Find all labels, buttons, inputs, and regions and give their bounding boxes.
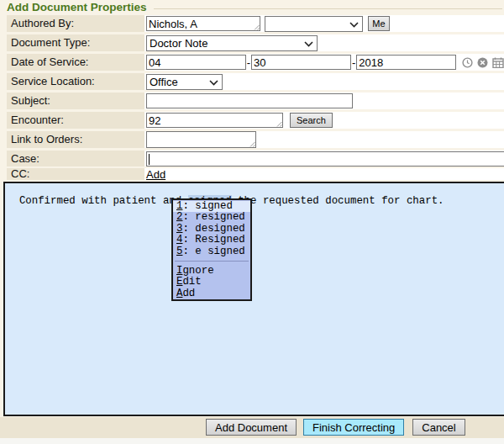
- resize-grip-icon[interactable]: [249, 141, 255, 147]
- chevron-down-icon: [209, 80, 218, 86]
- cc-add-link[interactable]: Add: [146, 168, 165, 181]
- form-row-subject: Subject:: [7, 92, 504, 109]
- date-year-input[interactable]: [356, 55, 456, 70]
- date-separator: -: [352, 56, 355, 69]
- calendar-icon[interactable]: [492, 57, 504, 68]
- suggestion-label: : designed: [182, 223, 244, 235]
- finish-correcting-button[interactable]: Finish Correcting: [303, 419, 404, 436]
- dialog-button-bar: Add Document Finish Correcting Cancel: [0, 417, 504, 438]
- document-type-value: Doctor Note: [150, 37, 207, 50]
- dialog-header: Add Document Properties: [7, 0, 504, 14]
- subject-input[interactable]: [146, 93, 353, 108]
- chevron-down-icon: [349, 22, 359, 28]
- menu-item-suggestion-1[interactable]: 1: signed: [173, 201, 250, 212]
- document-type-label: Document Type:: [7, 34, 144, 51]
- clear-date-icon[interactable]: [477, 57, 488, 68]
- form-row-service-location: Service Location: Office: [7, 73, 504, 90]
- date-of-service-label: Date of Service:: [7, 54, 144, 71]
- authored-by-secondary-select[interactable]: [265, 16, 363, 32]
- menu-item-ignore[interactable]: Ignore: [173, 266, 250, 277]
- link-to-orders-label: Link to Orders:: [7, 131, 144, 148]
- suggestion-label: : e signed: [182, 246, 244, 257]
- menu-item-suggestion-3[interactable]: 3: designed: [173, 224, 250, 235]
- add-document-properties-dialog: { "header": { "title": "Add Document Pro…: [0, 0, 504, 444]
- menu-item-suggestion-4[interactable]: 4: Resigned: [173, 235, 250, 246]
- case-label: Case:: [7, 151, 144, 166]
- form-row-case: Case:: [7, 151, 504, 166]
- chevron-down-icon: [304, 41, 313, 47]
- suggestion-label: : signed: [182, 200, 233, 212]
- action-label: dit: [182, 276, 201, 288]
- suggestion-label: : resigned: [182, 211, 244, 223]
- form-row-date-of-service: Date of Service: - -: [7, 54, 504, 71]
- cancel-button[interactable]: Cancel: [412, 419, 465, 436]
- subject-label: Subject:: [7, 92, 144, 109]
- cc-label: CC:: [7, 168, 144, 180]
- menu-item-edit[interactable]: Edit: [173, 277, 250, 288]
- editor-text-before: Confirmed with patient and: [19, 195, 188, 207]
- resize-grip-icon[interactable]: [276, 121, 282, 127]
- service-location-select[interactable]: Office: [146, 74, 223, 90]
- encounter-input[interactable]: [146, 113, 283, 128]
- action-label: dd: [182, 288, 195, 299]
- spellcheck-context-menu: 1: signed 2: resigned 3: designed 4: Res…: [171, 198, 252, 301]
- menu-item-suggestion-5[interactable]: 5: e signed: [173, 246, 250, 257]
- editor-text-after: the requested document for chart.: [232, 195, 444, 207]
- me-button[interactable]: Me: [368, 16, 390, 31]
- date-day-input[interactable]: [251, 55, 351, 70]
- encounter-search-button[interactable]: Search: [290, 113, 333, 128]
- document-properties-form: Authored By: Me Document Type: Doctor No…: [7, 15, 504, 180]
- link-to-orders-input[interactable]: [146, 131, 256, 148]
- form-row-document-type: Document Type: Doctor Note: [7, 34, 504, 51]
- resize-grip-icon[interactable]: [254, 24, 260, 30]
- service-location-label: Service Location:: [7, 73, 144, 90]
- authored-by-input[interactable]: [146, 16, 260, 31]
- add-document-button[interactable]: Add Document: [206, 419, 297, 436]
- service-location-value: Office: [150, 76, 178, 88]
- suggestion-label: : Resigned: [182, 234, 244, 246]
- case-input[interactable]: [146, 151, 504, 166]
- form-row-cc: CC: Add: [7, 168, 504, 180]
- encounter-label: Encounter:: [7, 112, 144, 129]
- header-rule: [154, 8, 502, 9]
- time-icon[interactable]: [462, 57, 473, 68]
- date-month-input[interactable]: [146, 55, 246, 70]
- form-row-link-to-orders: Link to Orders:: [7, 131, 504, 148]
- form-row-authored-by: Authored By: Me: [7, 15, 504, 32]
- page-title: Add Document Properties: [7, 1, 147, 13]
- form-row-encounter: Encounter: Search: [7, 112, 504, 129]
- text-caret: [149, 154, 150, 165]
- action-label: gnore: [182, 265, 213, 277]
- authored-by-label: Authored By:: [7, 15, 144, 32]
- document-type-select[interactable]: Doctor Note: [146, 35, 318, 51]
- footer-strip: [0, 438, 504, 444]
- document-text-editor[interactable]: Confirmed with patient and esigned the r…: [3, 182, 504, 416]
- menu-item-suggestion-2[interactable]: 2: resigned: [173, 212, 250, 223]
- menu-separator: [175, 257, 249, 262]
- menu-item-add[interactable]: Add: [173, 288, 250, 299]
- date-separator: -: [247, 56, 250, 69]
